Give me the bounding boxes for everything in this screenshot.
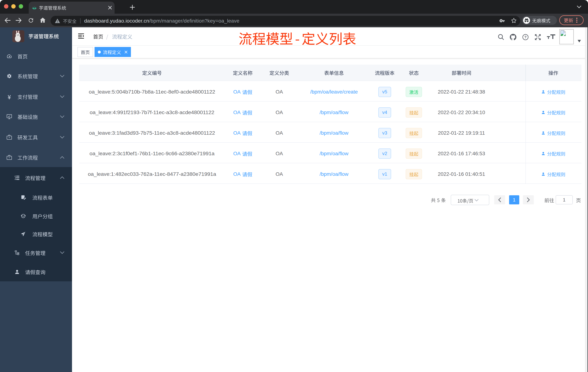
svg-text:?: ?: [524, 35, 526, 39]
